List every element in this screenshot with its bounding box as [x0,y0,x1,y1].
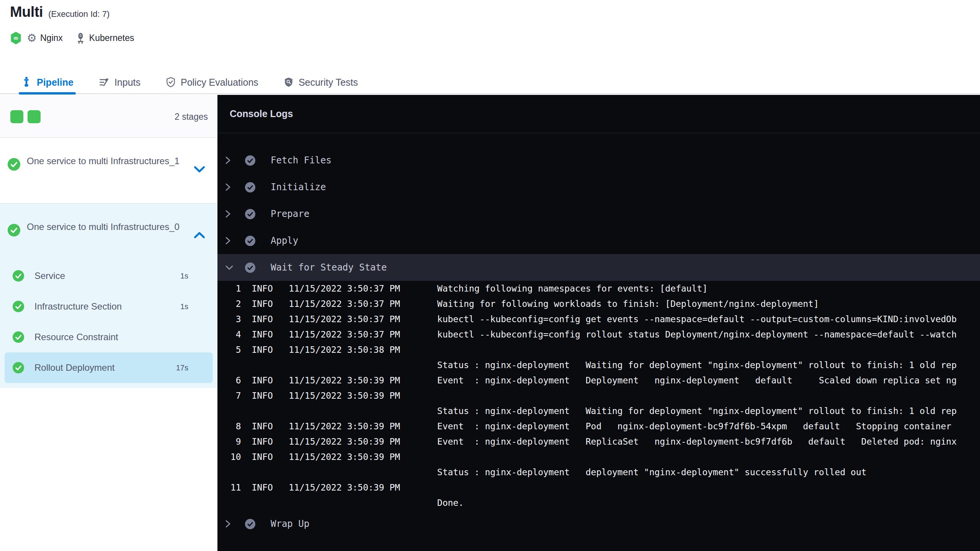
console-step-wait-for-steady-state[interactable]: Wait for Steady State [217,254,980,281]
log-line: 4 INFO 11/15/2022 3:50:37 PM kubectl --k… [217,327,980,342]
log-line: 10 INFO 11/15/2022 3:50:39 PM [217,449,980,465]
step-label: Rollout Deployment [34,362,176,373]
stage-indicator-success-1[interactable] [10,110,23,123]
console-check-icon [245,155,255,166]
stage-header-one-service-to-multi-infrastructures-0[interactable]: One service to multi Infrastructures_0 [0,204,217,259]
success-check-small-icon [13,362,24,373]
console-header: Console Logs [217,95,980,133]
console-logs-panel: Console Logs Fetch FilesInitializePrepar… [217,95,980,551]
title-row: Multi (Execution Id: 7) [10,4,109,20]
log-line: Status : nginx-deployment deployment "ng… [217,465,980,480]
console-chevron-right-icon[interactable] [225,183,235,191]
chevron-up-icon[interactable] [194,231,205,239]
stage-header-one-service-to-multi-infrastructures-1[interactable]: One service to multi Infrastructures_1 [0,138,217,193]
log-line: 7 INFO 11/15/2022 3:50:39 PM [217,388,980,403]
step-duration: 17s [176,364,188,372]
header: Multi (Execution Id: 7) ∞ ⚙ Nginx [0,0,980,71]
kubernetes-icon [75,32,86,44]
console-chevron-right-icon[interactable] [225,210,235,218]
tab-bar: PipelineInputsPolicy EvaluationsSecurity… [0,71,980,94]
stages-summary-band: 2 stages [0,95,217,138]
stage-list: One service to multi Infrastructures_1On… [0,138,217,388]
stages-sidebar: 2 stages One service to multi Infrastruc… [0,95,217,551]
tab-policy-evaluations[interactable]: Policy Evaluations [166,71,258,93]
service-chip[interactable]: ⚙ Nginx [27,33,63,44]
tab-label: Pipeline [37,77,74,88]
page-title: Multi [10,4,43,20]
pipeline-icon [21,77,32,88]
step-rollout-deployment[interactable]: Rollout Deployment17s [5,352,213,383]
stage-group-one-service-to-multi-infrastructures-1: One service to multi Infrastructures_1 [0,138,217,204]
log-line: 11 INFO 11/15/2022 3:50:39 PM [217,480,980,495]
infrastructure-chip[interactable]: Kubernetes [75,32,134,44]
console-step-prepare[interactable]: Prepare [217,201,980,227]
console-step-label: Fetch Files [271,155,332,166]
console-title: Console Logs [230,108,293,119]
success-check-icon [8,224,20,236]
step-duration: 1s [180,302,188,311]
stage-count-label: 2 stages [175,112,208,122]
log-line: 6 INFO 11/15/2022 3:50:39 PM Event : ngi… [217,373,980,388]
log-line: 8 INFO 11/15/2022 3:50:39 PM Event : ngi… [217,419,980,434]
console-chevron-down-icon[interactable] [225,265,235,271]
step-duration: 1s [180,272,188,280]
pipeline-execution-page: Multi (Execution Id: 7) ∞ ⚙ Nginx [0,0,980,551]
console-step-label: Apply [271,235,298,246]
step-label: Resource Constraint [34,332,188,342]
log-line: Done. [217,495,980,510]
step-list: Service1sInfrastructure Section1sResourc… [0,261,217,383]
gear-icon: ⚙ [27,33,37,44]
success-check-icon [8,158,20,171]
step-service[interactable]: Service1s [5,261,213,291]
infrastructure-label: Kubernetes [89,33,134,43]
console-chevron-right-icon[interactable] [225,520,235,528]
console-step-wrap-up[interactable]: Wrap Up [217,510,980,537]
log-line: 9 INFO 11/15/2022 3:50:39 PM Event : ngi… [217,434,980,449]
stage-group-one-service-to-multi-infrastructures-0: One service to multi Infrastructures_0Se… [0,204,217,388]
console-step-initialize[interactable]: Initialize [217,174,980,201]
log-line: Status : nginx-deployment Waiting for de… [217,403,980,419]
step-label: Service [34,271,180,281]
tab-inputs[interactable]: Inputs [99,71,140,93]
stage-indicator-success-2[interactable] [28,110,41,123]
tab-security-tests[interactable]: Security Tests [284,71,358,93]
console-step-label: Prepare [271,209,309,219]
log-block: 1 INFO 11/15/2022 3:50:37 PM Watching fo… [217,281,980,510]
execution-id: (Execution Id: 7) [48,9,109,19]
success-check-small-icon [13,270,24,282]
console-chevron-right-icon[interactable] [225,236,235,245]
inputs-icon [99,77,109,88]
tab-label: Policy Evaluations [181,77,258,88]
tab-pipeline[interactable]: Pipeline [21,71,74,93]
step-infrastructure-section[interactable]: Infrastructure Section1s [5,291,213,322]
console-step-fetch-files[interactable]: Fetch Files [217,147,980,174]
console-step-apply[interactable]: Apply [217,227,980,254]
svg-text:∞: ∞ [13,34,18,42]
security-shield-search-icon [284,77,294,88]
console-step-label: Initialize [271,182,326,192]
console-step-label: Wrap Up [271,518,309,529]
policy-shield-check-icon [166,77,176,88]
console-step-list: Fetch FilesInitializePrepareApplyWait fo… [217,133,980,537]
harness-success-badge-icon: ∞ [10,31,22,45]
console-check-icon [245,519,255,529]
console-chevron-right-icon[interactable] [225,156,235,165]
execution-meta-row: ∞ ⚙ Nginx [10,31,134,45]
log-line: 1 INFO 11/15/2022 3:50:37 PM Watching fo… [217,281,980,296]
console-check-icon [245,209,255,219]
step-label: Infrastructure Section [34,301,180,312]
stage-indicators [10,110,41,123]
log-line: 5 INFO 11/15/2022 3:50:38 PM [217,342,980,357]
success-check-small-icon [13,301,24,312]
tab-label: Inputs [114,77,140,88]
console-check-icon [245,236,255,246]
chevron-down-icon[interactable] [194,166,205,173]
log-line: 2 INFO 11/15/2022 3:50:37 PM Waiting for… [217,296,980,311]
console-step-label: Wait for Steady State [271,262,387,273]
stage-name: One service to multi Infrastructures_0 [27,220,180,233]
step-resource-constraint[interactable]: Resource Constraint [5,322,213,352]
service-label: Nginx [40,33,63,43]
log-line: 3 INFO 11/15/2022 3:50:37 PM kubectl --k… [217,311,980,327]
console-check-icon [245,262,255,273]
log-line: Status : nginx-deployment Waiting for de… [217,357,980,373]
